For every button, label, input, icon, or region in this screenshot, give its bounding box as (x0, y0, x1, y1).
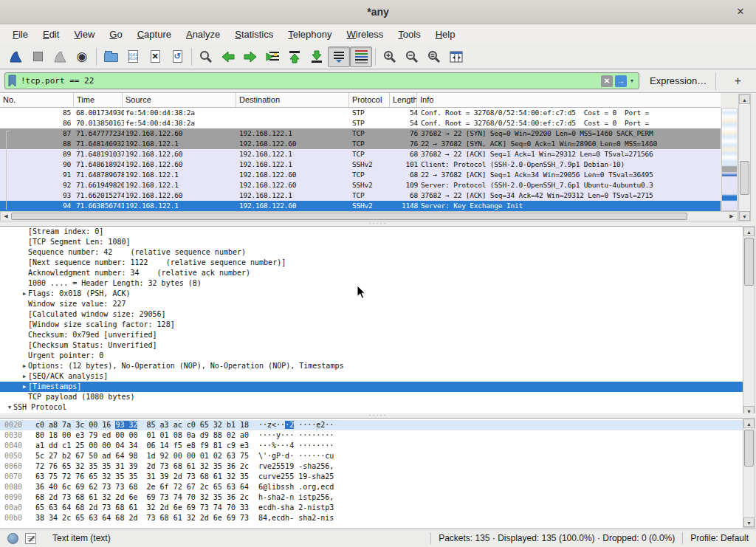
table-row[interactable]: 8871.648146932192.168.122.1192.168.122.6… (0, 139, 721, 149)
column-length[interactable]: Length (390, 93, 417, 107)
expand-arrow-icon[interactable]: ▼ (6, 402, 13, 413)
auto-scroll-icon[interactable] (328, 47, 350, 67)
hex-row-highlighted[interactable]: 0020c0 a8 7a 3c 00 16 93 32 85 a3 ac c0 … (0, 420, 743, 430)
detail-line[interactable]: Urgent pointer: 0 (0, 351, 743, 361)
intelligent-scrollbar-minimap[interactable] (721, 108, 738, 211)
column-destination[interactable]: Destination (236, 93, 349, 107)
find-packet-icon[interactable] (195, 47, 217, 67)
column-source[interactable]: Source (123, 93, 236, 107)
expand-arrow-icon[interactable] (21, 247, 28, 258)
detail-line[interactable]: Checksum: 0x79ed [unverified] (0, 330, 743, 340)
scroll-down-icon[interactable]: ▼ (739, 211, 750, 221)
menu-file[interactable]: File (6, 26, 35, 43)
scroll-up-icon[interactable]: ▲ (743, 419, 755, 428)
hex-row[interactable]: 00a065 63 64 68 2d 73 68 61 32 2d 6e 69 … (0, 503, 743, 513)
expression-button[interactable]: Expression… (650, 75, 707, 86)
go-back-icon[interactable] (217, 47, 239, 67)
scrollbar-thumb[interactable] (740, 161, 749, 195)
table-row[interactable]: 8971.648191037192.168.122.60192.168.122.… (0, 149, 721, 159)
expand-arrow-icon[interactable] (21, 227, 28, 237)
table-row[interactable]: 9071.648618924192.168.122.60192.168.122.… (0, 159, 721, 170)
go-forward-icon[interactable] (239, 47, 261, 67)
expand-arrow-icon[interactable] (21, 258, 28, 268)
scrollbar-thumb[interactable] (744, 238, 754, 286)
table-row-selected[interactable]: 9471.663856741192.168.122.1192.168.122.6… (0, 201, 721, 211)
close-window-icon[interactable]: ✕ (734, 6, 747, 17)
scrollbar-thumb[interactable] (11, 213, 687, 220)
menu-view[interactable]: View (67, 26, 101, 43)
hex-row[interactable]: 007063 75 72 76 65 32 35 35 31 39 2d 73 … (0, 472, 743, 482)
table-row[interactable]: 8771.647777234192.168.122.60192.168.122.… (0, 128, 721, 139)
filter-input[interactable]: !tcp.port == 22 (17, 76, 599, 86)
scroll-up-icon[interactable]: ▲ (739, 94, 750, 104)
menu-help[interactable]: Help (429, 26, 462, 43)
detail-line[interactable]: ▶Options: (12 bytes), No-Operation (NOP)… (0, 361, 743, 371)
table-row[interactable]: 9171.648789678192.168.122.1192.168.122.6… (0, 170, 721, 180)
scroll-down-icon[interactable]: ▼ (743, 517, 755, 527)
save-file-icon[interactable]: 01010110 (122, 47, 144, 67)
scroll-up-icon[interactable]: ▲ (743, 227, 755, 236)
column-no[interactable]: No. (0, 93, 74, 107)
scrollbar-thumb[interactable] (744, 430, 754, 467)
menu-capture[interactable]: Capture (131, 26, 178, 43)
expert-info-icon[interactable] (7, 533, 18, 544)
go-to-top-icon[interactable] (284, 47, 306, 67)
restart-capture-icon[interactable] (49, 47, 71, 67)
detail-pane-scrollbar[interactable]: ▲ ▼ (743, 226, 755, 416)
stop-capture-icon[interactable] (27, 47, 49, 67)
detail-line[interactable]: Acknowledgment number: 34 (relative ack … (0, 268, 743, 278)
resize-columns-icon[interactable] (445, 47, 467, 67)
expand-arrow-icon[interactable] (21, 330, 28, 340)
hex-row[interactable]: 006072 76 65 32 35 35 31 39 2d 73 68 61 … (0, 461, 743, 472)
detail-line[interactable]: [TCP Segment Len: 1080] (0, 237, 743, 247)
title-bar[interactable]: *any ✕ (0, 0, 756, 24)
column-info[interactable]: Info (417, 93, 721, 107)
detail-line[interactable]: TCP payload (1080 bytes) (0, 392, 743, 402)
detail-line[interactable]: [Checksum Status: Unverified] (0, 340, 743, 351)
expand-arrow-icon[interactable] (21, 340, 28, 351)
hex-row[interactable]: 00505c 27 b2 67 50 ad 64 98 1d 92 00 00 … (0, 451, 743, 461)
packet-list-scrollbar[interactable]: ▲ ▼ (738, 94, 751, 221)
filter-bookmark-icon[interactable] (7, 75, 17, 87)
close-file-icon[interactable]: ✕ (144, 47, 166, 67)
zoom-in-icon[interactable] (379, 47, 401, 67)
display-filter-field[interactable]: !tcp.port == 22 ✕ → ▾ (4, 72, 639, 89)
expand-arrow-icon[interactable] (21, 299, 28, 309)
table-row[interactable]: 9371.662015274192.168.122.60192.168.122.… (0, 190, 721, 201)
menu-edit[interactable]: Edit (36, 26, 66, 43)
colorize-icon[interactable] (350, 47, 372, 67)
expand-arrow-icon[interactable] (21, 351, 28, 361)
detail-line[interactable]: [Stream index: 0] (0, 227, 743, 237)
expand-arrow-icon[interactable]: ▶ (21, 371, 28, 382)
hex-row[interactable]: 003080 18 00 e3 79 ed 00 00 01 01 08 0a … (0, 430, 743, 441)
detail-line[interactable]: ▶[SEQ/ACK analysis] (0, 371, 743, 382)
detail-line[interactable]: ▶Flags: 0x018 (PSH, ACK) (0, 289, 743, 299)
add-filter-button[interactable]: + (729, 75, 746, 88)
expand-arrow-icon[interactable]: ▶ (21, 382, 28, 392)
detail-line-selected[interactable]: ▶[Timestamps] (0, 382, 743, 392)
go-to-bottom-icon[interactable] (306, 47, 328, 67)
menu-tools[interactable]: Tools (391, 26, 427, 43)
detail-line[interactable]: [Next sequence number: 1122 (relative se… (0, 258, 743, 268)
scroll-right-icon[interactable]: ▶ (726, 212, 737, 221)
zoom-100-icon[interactable] (423, 47, 445, 67)
filter-history-caret-icon[interactable]: ▾ (630, 78, 633, 84)
hex-row[interactable]: 009068 2d 73 68 61 32 2d 6e 69 73 74 70 … (0, 492, 743, 503)
capture-comment-icon[interactable] (25, 533, 36, 544)
expand-arrow-icon[interactable] (21, 268, 28, 278)
expand-arrow-icon[interactable]: ▶ (21, 361, 28, 371)
table-row[interactable]: 8568.001734936fe:54:00:d4:38:2aSTP54Conf… (0, 108, 721, 118)
menu-statistics[interactable]: Statistics (228, 26, 280, 43)
expand-arrow-icon[interactable] (21, 278, 28, 289)
open-file-icon[interactable] (100, 47, 122, 67)
detail-line[interactable]: Sequence number: 42 (relative sequence n… (0, 247, 743, 258)
expand-arrow-icon[interactable]: ▶ (21, 289, 28, 299)
menu-wireless[interactable]: Wireless (340, 26, 391, 43)
detail-line[interactable]: Window size value: 227 (0, 299, 743, 309)
column-time[interactable]: Time (74, 93, 123, 107)
detail-line[interactable]: [Calculated window size: 29056] (0, 309, 743, 320)
expand-arrow-icon[interactable] (21, 237, 28, 247)
scroll-left-icon[interactable]: ◀ (1, 212, 11, 221)
go-to-packet-icon[interactable] (261, 47, 284, 67)
table-row[interactable]: 9271.661949820192.168.122.1192.168.122.6… (0, 180, 721, 190)
